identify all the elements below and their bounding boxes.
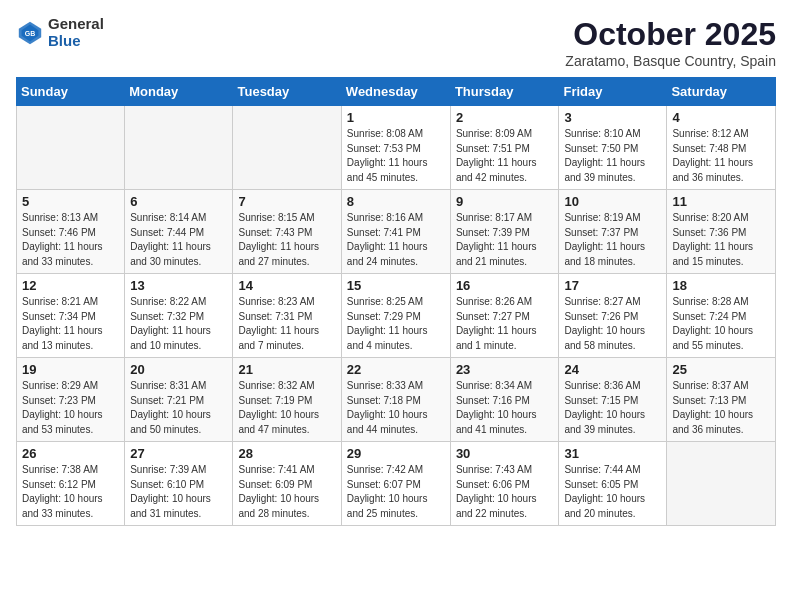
day-info: Sunrise: 8:29 AM Sunset: 7:23 PM Dayligh… [22,379,119,437]
day-number: 22 [347,362,445,377]
day-info: Sunrise: 8:12 AM Sunset: 7:48 PM Dayligh… [672,127,770,185]
day-of-week-header: Saturday [667,78,776,106]
table-row: 14Sunrise: 8:23 AM Sunset: 7:31 PM Dayli… [233,274,341,358]
day-info: Sunrise: 8:16 AM Sunset: 7:41 PM Dayligh… [347,211,445,269]
day-of-week-header: Wednesday [341,78,450,106]
day-number: 19 [22,362,119,377]
calendar-week-row: 12Sunrise: 8:21 AM Sunset: 7:34 PM Dayli… [17,274,776,358]
day-number: 3 [564,110,661,125]
table-row: 10Sunrise: 8:19 AM Sunset: 7:37 PM Dayli… [559,190,667,274]
day-info: Sunrise: 8:31 AM Sunset: 7:21 PM Dayligh… [130,379,227,437]
day-of-week-header: Tuesday [233,78,341,106]
calendar-week-row: 26Sunrise: 7:38 AM Sunset: 6:12 PM Dayli… [17,442,776,526]
table-row: 8Sunrise: 8:16 AM Sunset: 7:41 PM Daylig… [341,190,450,274]
day-info: Sunrise: 8:36 AM Sunset: 7:15 PM Dayligh… [564,379,661,437]
day-info: Sunrise: 7:43 AM Sunset: 6:06 PM Dayligh… [456,463,554,521]
day-info: Sunrise: 8:25 AM Sunset: 7:29 PM Dayligh… [347,295,445,353]
day-info: Sunrise: 7:44 AM Sunset: 6:05 PM Dayligh… [564,463,661,521]
day-info: Sunrise: 8:17 AM Sunset: 7:39 PM Dayligh… [456,211,554,269]
day-info: Sunrise: 8:19 AM Sunset: 7:37 PM Dayligh… [564,211,661,269]
table-row: 6Sunrise: 8:14 AM Sunset: 7:44 PM Daylig… [125,190,233,274]
day-number: 23 [456,362,554,377]
table-row: 7Sunrise: 8:15 AM Sunset: 7:43 PM Daylig… [233,190,341,274]
day-info: Sunrise: 8:37 AM Sunset: 7:13 PM Dayligh… [672,379,770,437]
day-info: Sunrise: 8:14 AM Sunset: 7:44 PM Dayligh… [130,211,227,269]
table-row: 1Sunrise: 8:08 AM Sunset: 7:53 PM Daylig… [341,106,450,190]
table-row: 11Sunrise: 8:20 AM Sunset: 7:36 PM Dayli… [667,190,776,274]
table-row: 29Sunrise: 7:42 AM Sunset: 6:07 PM Dayli… [341,442,450,526]
day-info: Sunrise: 8:23 AM Sunset: 7:31 PM Dayligh… [238,295,335,353]
table-row: 27Sunrise: 7:39 AM Sunset: 6:10 PM Dayli… [125,442,233,526]
logo-icon: GB [16,19,44,47]
day-number: 28 [238,446,335,461]
day-number: 29 [347,446,445,461]
day-number: 24 [564,362,661,377]
table-row [125,106,233,190]
day-number: 6 [130,194,227,209]
day-number: 26 [22,446,119,461]
day-number: 12 [22,278,119,293]
day-info: Sunrise: 8:08 AM Sunset: 7:53 PM Dayligh… [347,127,445,185]
day-info: Sunrise: 8:21 AM Sunset: 7:34 PM Dayligh… [22,295,119,353]
day-number: 1 [347,110,445,125]
table-row: 15Sunrise: 8:25 AM Sunset: 7:29 PM Dayli… [341,274,450,358]
day-info: Sunrise: 8:34 AM Sunset: 7:16 PM Dayligh… [456,379,554,437]
day-number: 5 [22,194,119,209]
table-row: 24Sunrise: 8:36 AM Sunset: 7:15 PM Dayli… [559,358,667,442]
day-info: Sunrise: 8:10 AM Sunset: 7:50 PM Dayligh… [564,127,661,185]
day-number: 10 [564,194,661,209]
table-row: 21Sunrise: 8:32 AM Sunset: 7:19 PM Dayli… [233,358,341,442]
table-row: 13Sunrise: 8:22 AM Sunset: 7:32 PM Dayli… [125,274,233,358]
day-number: 21 [238,362,335,377]
day-of-week-header: Friday [559,78,667,106]
day-info: Sunrise: 7:39 AM Sunset: 6:10 PM Dayligh… [130,463,227,521]
day-info: Sunrise: 7:41 AM Sunset: 6:09 PM Dayligh… [238,463,335,521]
day-number: 11 [672,194,770,209]
day-of-week-header: Thursday [450,78,559,106]
day-info: Sunrise: 8:28 AM Sunset: 7:24 PM Dayligh… [672,295,770,353]
table-row: 5Sunrise: 8:13 AM Sunset: 7:46 PM Daylig… [17,190,125,274]
day-of-week-header: Monday [125,78,233,106]
day-number: 27 [130,446,227,461]
table-row: 17Sunrise: 8:27 AM Sunset: 7:26 PM Dayli… [559,274,667,358]
day-info: Sunrise: 8:09 AM Sunset: 7:51 PM Dayligh… [456,127,554,185]
calendar-week-row: 5Sunrise: 8:13 AM Sunset: 7:46 PM Daylig… [17,190,776,274]
day-info: Sunrise: 8:13 AM Sunset: 7:46 PM Dayligh… [22,211,119,269]
table-row: 9Sunrise: 8:17 AM Sunset: 7:39 PM Daylig… [450,190,559,274]
table-row: 18Sunrise: 8:28 AM Sunset: 7:24 PM Dayli… [667,274,776,358]
title-block: October 2025 Zaratamo, Basque Country, S… [565,16,776,69]
logo-general-text: General [48,16,104,33]
day-info: Sunrise: 8:27 AM Sunset: 7:26 PM Dayligh… [564,295,661,353]
day-number: 2 [456,110,554,125]
logo-text: General Blue [48,16,104,49]
day-number: 8 [347,194,445,209]
table-row: 25Sunrise: 8:37 AM Sunset: 7:13 PM Dayli… [667,358,776,442]
table-row: 30Sunrise: 7:43 AM Sunset: 6:06 PM Dayli… [450,442,559,526]
table-row: 2Sunrise: 8:09 AM Sunset: 7:51 PM Daylig… [450,106,559,190]
table-row: 31Sunrise: 7:44 AM Sunset: 6:05 PM Dayli… [559,442,667,526]
day-info: Sunrise: 8:20 AM Sunset: 7:36 PM Dayligh… [672,211,770,269]
day-info: Sunrise: 8:15 AM Sunset: 7:43 PM Dayligh… [238,211,335,269]
logo-blue-text: Blue [48,33,104,50]
day-number: 7 [238,194,335,209]
day-number: 9 [456,194,554,209]
table-row: 16Sunrise: 8:26 AM Sunset: 7:27 PM Dayli… [450,274,559,358]
day-number: 31 [564,446,661,461]
day-number: 20 [130,362,227,377]
day-info: Sunrise: 8:26 AM Sunset: 7:27 PM Dayligh… [456,295,554,353]
svg-text:GB: GB [25,29,36,36]
day-number: 18 [672,278,770,293]
day-number: 16 [456,278,554,293]
day-number: 30 [456,446,554,461]
table-row: 4Sunrise: 8:12 AM Sunset: 7:48 PM Daylig… [667,106,776,190]
calendar-table: SundayMondayTuesdayWednesdayThursdayFrid… [16,77,776,526]
day-number: 13 [130,278,227,293]
day-number: 4 [672,110,770,125]
table-row [233,106,341,190]
calendar-week-row: 1Sunrise: 8:08 AM Sunset: 7:53 PM Daylig… [17,106,776,190]
table-row: 22Sunrise: 8:33 AM Sunset: 7:18 PM Dayli… [341,358,450,442]
page-header: GB General Blue October 2025 Zaratamo, B… [16,16,776,69]
table-row: 28Sunrise: 7:41 AM Sunset: 6:09 PM Dayli… [233,442,341,526]
location-subtitle: Zaratamo, Basque Country, Spain [565,53,776,69]
day-of-week-header: Sunday [17,78,125,106]
